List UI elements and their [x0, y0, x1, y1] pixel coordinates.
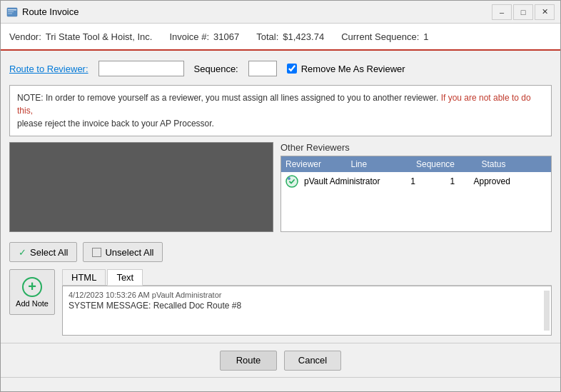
- svg-rect-1: [8, 9, 16, 11]
- notes-tabs: HTML Text: [62, 269, 552, 286]
- route-button[interactable]: Route: [220, 351, 277, 371]
- svg-rect-2: [8, 11, 14, 12]
- cancel-button[interactable]: Cancel: [284, 351, 341, 371]
- main-window: Route Invoice – □ ✕ Vendor: Tri State To…: [0, 0, 561, 392]
- minimize-button[interactable]: –: [492, 4, 512, 20]
- middle-section: Other Reviewers Reviewer Line Sequence S…: [9, 142, 552, 232]
- sequence-label: Current Sequence:: [341, 31, 419, 42]
- total-info: Total: $1,423.74: [256, 31, 324, 42]
- tab-html[interactable]: HTML: [62, 269, 106, 285]
- col-reviewer: Reviewer: [285, 159, 351, 169]
- sequence-info: Current Sequence: 1: [341, 31, 428, 42]
- remove-me-label[interactable]: Remove Me As Reviewer: [301, 64, 405, 74]
- route-row: Route to Reviewer: Sequence: Remove Me A…: [9, 58, 552, 79]
- unselect-all-label: Unselect All: [105, 247, 153, 258]
- table-row: pVault Administrator 1 1 Approved: [281, 172, 551, 191]
- vendor-value: Tri State Tool & Hoist, Inc.: [46, 31, 153, 42]
- remove-reviewer-checkbox-row: Remove Me As Reviewer: [287, 64, 405, 74]
- title-bar-controls: – □ ✕: [492, 4, 555, 20]
- total-value: $1,423.74: [283, 31, 324, 42]
- select-all-label: Select All: [30, 247, 68, 258]
- right-panel: Other Reviewers Reviewer Line Sequence S…: [280, 142, 552, 232]
- unselect-all-button[interactable]: Unselect All: [83, 242, 163, 262]
- vendor-label: Vendor:: [9, 31, 41, 42]
- select-all-check-icon: ✓: [19, 247, 26, 258]
- total-label: Total:: [256, 31, 278, 42]
- add-note-button[interactable]: + Add Note: [9, 269, 55, 315]
- vendor-info: Vendor: Tri State Tool & Hoist, Inc.: [9, 31, 152, 42]
- top-info-bar: Vendor: Tri State Tool & Hoist, Inc. Inv…: [1, 24, 560, 51]
- svg-point-6: [288, 177, 290, 180]
- notes-right: HTML Text 4/12/2023 10:53:26 AM pVault A…: [62, 269, 552, 336]
- main-content: Route to Reviewer: Sequence: Remove Me A…: [1, 51, 560, 343]
- reviewer-seq: 1: [434, 176, 470, 186]
- title-bar-left: Route Invoice: [6, 6, 79, 18]
- unselect-all-icon: [92, 248, 101, 257]
- footer: Route Cancel: [1, 343, 560, 377]
- invoice-value: 31067: [213, 31, 239, 42]
- reviewers-table: Reviewer Line Sequence Status: [280, 156, 552, 232]
- window-title: Route Invoice: [22, 6, 79, 17]
- col-line: Line: [351, 159, 417, 169]
- other-reviewers-label: Other Reviewers: [280, 142, 552, 153]
- route-to-reviewer-link[interactable]: Route to Reviewer:: [9, 64, 89, 74]
- left-panel: [9, 142, 273, 232]
- maximize-button[interactable]: □: [513, 4, 533, 20]
- svg-rect-3: [8, 13, 12, 14]
- note-text-line3: please reject the invoice back to your A…: [17, 119, 214, 129]
- select-row: ✓ Select All Unselect All: [9, 238, 552, 263]
- reviewer-line: 1: [395, 176, 431, 186]
- sequence-input[interactable]: [248, 61, 277, 76]
- note-entry-text: SYSTEM MESSAGE: Recalled Doc Route #8: [69, 301, 545, 311]
- sequence-value: 1: [423, 31, 428, 42]
- reviewer-name: pVault Administrator: [304, 176, 392, 186]
- reviewer-status: Approved: [474, 176, 547, 186]
- remove-me-checkbox[interactable]: [287, 64, 297, 74]
- add-note-plus-icon: +: [22, 277, 42, 297]
- select-all-button[interactable]: ✓ Select All: [9, 242, 77, 262]
- title-bar: Route Invoice – □ ✕: [1, 1, 560, 24]
- invoice-label: Invoice #:: [169, 31, 209, 42]
- col-sequence: Sequence: [416, 159, 482, 169]
- add-note-label: Add Note: [16, 299, 49, 308]
- notes-section: + Add Note HTML Text 4/12/2023 10:53:26 …: [9, 269, 552, 336]
- invoice-info: Invoice #: 31067: [169, 31, 239, 42]
- reviewers-table-header: Reviewer Line Sequence Status: [281, 156, 551, 172]
- tab-text[interactable]: Text: [107, 269, 143, 286]
- route-to-reviewer-input[interactable]: [98, 61, 184, 76]
- note-box: NOTE: In order to remove yourself as a r…: [9, 85, 552, 136]
- close-button[interactable]: ✕: [535, 4, 555, 20]
- window-icon: [6, 6, 18, 18]
- notes-scrollbar[interactable]: [544, 291, 550, 331]
- notes-content: 4/12/2023 10:53:26 AM pVault Administrat…: [62, 286, 552, 336]
- sequence-row-label: Sequence:: [194, 64, 238, 74]
- status-bar: [1, 377, 560, 391]
- note-entry-header: 4/12/2023 10:53:26 AM pVault Administrat…: [69, 291, 545, 299]
- reviewer-status-icon: [285, 175, 298, 188]
- col-status: Status: [482, 159, 547, 169]
- note-text-line1: NOTE: In order to remove yourself as a r…: [17, 93, 441, 103]
